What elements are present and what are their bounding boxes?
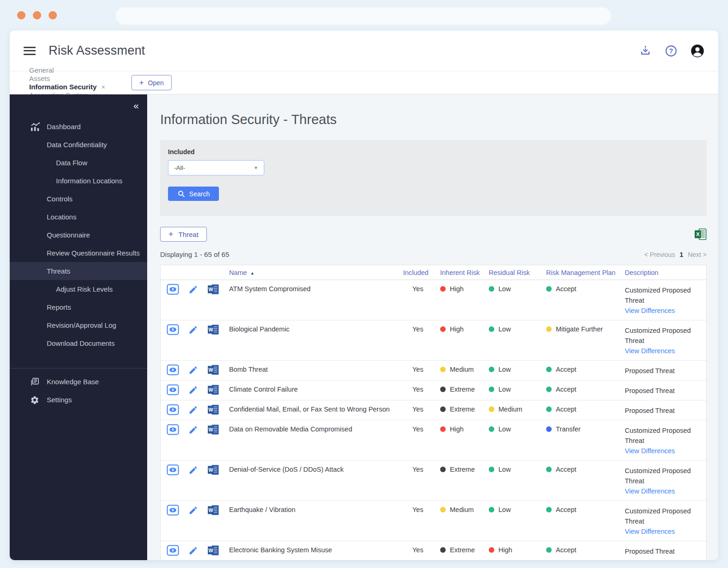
svg-text:W: W: [209, 507, 213, 513]
risk-dot: [489, 426, 494, 432]
word-document-icon[interactable]: W: [207, 545, 219, 556]
sidebar-item-label: Download Documents: [47, 339, 115, 347]
preview-icon[interactable]: [167, 404, 179, 415]
sidebar-item-knowledge-base[interactable]: Knowledge Base: [10, 373, 147, 391]
view-differences-link[interactable]: View Differences: [625, 526, 675, 537]
sidebar-item-adjust-risk-levels[interactable]: Adjust Risk Levels: [10, 280, 147, 298]
pagination-previous[interactable]: < Previous: [644, 251, 675, 258]
word-document-icon[interactable]: W: [207, 464, 219, 475]
sidebar-item-dashboard[interactable]: Dashboard: [10, 118, 147, 136]
risk-dot: [489, 367, 494, 372]
pagination-next[interactable]: Next >: [688, 251, 707, 258]
tab-assets[interactable]: Assets: [29, 75, 106, 83]
sidebar-item-review-questionnaire-results[interactable]: Review Questionnaire Results: [10, 244, 147, 262]
preview-icon[interactable]: [167, 324, 179, 335]
risk-dot: [440, 406, 446, 412]
sidebar-item-reports[interactable]: Reports: [10, 298, 147, 316]
pagination-current-page[interactable]: 1: [679, 251, 683, 258]
edit-pencil-icon[interactable]: [188, 285, 198, 294]
main-content: Information Security - Threats Included …: [147, 94, 718, 560]
sidebar-item-data-confidentiality[interactable]: Data Confidentiality: [10, 136, 147, 154]
tab-label: Assets: [29, 75, 50, 83]
edit-pencil-icon[interactable]: [188, 465, 198, 475]
preview-icon[interactable]: [167, 384, 179, 395]
risk-dot: [489, 326, 494, 332]
search-button[interactable]: Search: [168, 187, 219, 201]
help-icon[interactable]: ?: [665, 44, 678, 57]
add-threat-button[interactable]: + Threat: [160, 227, 207, 242]
word-document-icon[interactable]: W: [207, 364, 219, 375]
word-document-icon[interactable]: W: [207, 324, 219, 335]
preview-icon[interactable]: [167, 284, 179, 295]
preview-icon[interactable]: [167, 505, 179, 516]
preview-icon[interactable]: [167, 464, 179, 475]
risk-dot: [440, 507, 446, 512]
book-icon: [30, 377, 39, 387]
column-header-residual-risk[interactable]: Residual Risk: [485, 265, 542, 280]
edit-pencil-icon[interactable]: [188, 385, 198, 395]
edit-pencil-icon[interactable]: [188, 506, 198, 515]
tab-information-security[interactable]: Information Security×: [29, 83, 106, 91]
sidebar-item-data-flow[interactable]: Data Flow: [10, 154, 147, 172]
edit-pencil-icon[interactable]: [188, 546, 198, 556]
app-window: Risk Assessment ?: [10, 31, 718, 560]
download-icon[interactable]: [639, 44, 652, 57]
displaying-count: Displaying 1 - 65 of 65: [160, 250, 229, 258]
word-document-icon[interactable]: W: [207, 424, 219, 435]
description-cell: Customized Proposed Threat View Differen…: [621, 320, 706, 361]
column-header-included[interactable]: Included: [399, 265, 436, 280]
column-header-description[interactable]: Description: [621, 265, 706, 280]
hamburger-menu-icon[interactable]: [24, 47, 36, 55]
sidebar-item-controls[interactable]: Controls: [10, 190, 147, 208]
preview-icon[interactable]: [167, 545, 179, 556]
residual-risk-cell: Low: [485, 381, 542, 400]
sidebar: « DashboardData ConfidentialityData Flow…: [10, 94, 147, 560]
tab-close-icon[interactable]: ×: [101, 83, 106, 91]
sidebar-item-label: Questionnaire: [47, 231, 90, 239]
open-tab-button[interactable]: + Open: [131, 75, 172, 90]
preview-icon[interactable]: [167, 424, 179, 435]
edit-pencil-icon[interactable]: [188, 405, 198, 415]
window-control-dot[interactable]: [33, 11, 41, 19]
sidebar-item-questionnaire[interactable]: Questionnaire: [10, 226, 147, 244]
preview-icon[interactable]: [167, 364, 179, 375]
view-differences-link[interactable]: View Differences: [625, 486, 675, 496]
sidebar-item-label: Locations: [47, 213, 76, 221]
word-document-icon[interactable]: W: [207, 284, 219, 295]
view-differences-link[interactable]: View Differences: [625, 306, 675, 316]
risk-dot: [546, 387, 552, 392]
sidebar-collapse-icon[interactable]: «: [133, 100, 139, 111]
edit-pencil-icon[interactable]: [188, 425, 198, 435]
view-differences-link[interactable]: View Differences: [625, 346, 675, 356]
word-document-icon[interactable]: W: [207, 505, 219, 516]
column-header-risk-management-plan[interactable]: Risk Management Plan: [542, 265, 621, 280]
sidebar-item-settings[interactable]: Settings: [10, 391, 147, 409]
account-avatar-icon[interactable]: [691, 44, 704, 58]
export-excel-icon[interactable]: X: [694, 228, 707, 240]
browser-address-bar[interactable]: [116, 7, 611, 25]
threat-name: Bomb Threat: [225, 361, 399, 381]
view-differences-link[interactable]: View Differences: [625, 446, 675, 456]
edit-pencil-icon[interactable]: [188, 365, 198, 375]
description-cell: Proposed Threat: [621, 400, 706, 420]
sidebar-item-locations[interactable]: Locations: [10, 208, 147, 226]
window-control-dot[interactable]: [17, 11, 25, 19]
word-document-icon[interactable]: W: [207, 384, 219, 395]
sidebar-item-threats[interactable]: Threats: [10, 262, 147, 280]
sidebar-item-label: Controls: [47, 195, 73, 203]
sort-asc-icon: ▲: [250, 271, 255, 275]
included-filter-select[interactable]: -All- ▼: [168, 160, 264, 175]
sidebar-item-revision-approval-log[interactable]: Revision/Approval Log: [10, 316, 147, 334]
window-control-dot[interactable]: [49, 11, 57, 19]
sidebar-item-download-documents[interactable]: Download Documents: [10, 334, 147, 352]
tab-general[interactable]: General: [29, 66, 106, 75]
description-cell: Proposed Threat: [621, 541, 706, 561]
column-header-inherent-risk[interactable]: Inherent Risk: [436, 265, 485, 280]
risk-plan-cell: Transfer: [542, 420, 621, 461]
risk-plan-cell: Accept: [542, 461, 621, 501]
edit-pencil-icon[interactable]: [188, 325, 198, 335]
column-header-name[interactable]: Name▲: [225, 265, 399, 280]
word-document-icon[interactable]: W: [207, 404, 219, 415]
included-filter-value: -All-: [174, 164, 185, 171]
sidebar-item-information-locations[interactable]: Information Locations: [10, 172, 147, 190]
